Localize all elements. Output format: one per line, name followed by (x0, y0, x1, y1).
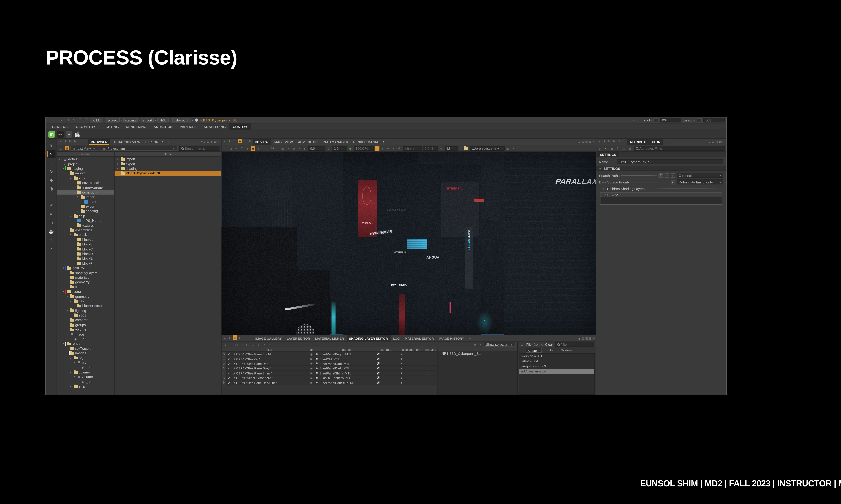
clipmap-cell[interactable] (375, 353, 397, 356)
expand-arrow-icon[interactable]: ▾ (62, 290, 65, 293)
expand-arrow-icon[interactable]: ▾ (73, 191, 76, 194)
grid-icon[interactable]: ▦ (228, 146, 233, 150)
tree-row[interactable]: blockF (57, 261, 114, 266)
breadcrumb-item[interactable]: project (106, 118, 120, 123)
play-icon[interactable]: ▶ (238, 335, 242, 340)
tree-row[interactable]: blockC (57, 247, 114, 251)
tree-row[interactable]: IBL (57, 285, 114, 289)
delete-button[interactable]: Delete (534, 343, 543, 346)
expand-arrow-icon[interactable]: ▾ (76, 196, 79, 198)
expand-arrow-icon[interactable]: ▾ (69, 215, 72, 217)
tree-row[interactable]: ▾ ship (57, 384, 114, 389)
shading-variable-cell[interactable]: ... (425, 366, 437, 370)
table-row[interactable]: 4 ✓ ./"CBP">"SteelPanelShiny" ◉ SteelPan… (222, 371, 437, 376)
add-child-icon[interactable]: ▤ (234, 342, 239, 346)
tree-row[interactable]: blockB (57, 242, 114, 247)
close-icon[interactable]: ✕ (218, 140, 220, 143)
render-progress-icon[interactable]: ⊘ (348, 146, 353, 150)
filter-cell[interactable]: ./"CBP">"SteelPanelDarkBlue" (231, 381, 307, 384)
variables-filter[interactable] (555, 342, 594, 347)
add-rule-icon[interactable]: + (228, 342, 233, 346)
del-icon[interactable]: ▦ (245, 342, 250, 346)
shot-browse-button[interactable]: ... (653, 118, 659, 122)
tree-row[interactable]: ▾ image (57, 332, 114, 337)
filter-cell[interactable]: ./"CPB">"SteelPanelBright" (231, 353, 307, 356)
row-enabled-checkbox[interactable]: ✓ (226, 362, 231, 365)
variables-tab[interactable]: System (559, 347, 574, 353)
shading-variable-cell[interactable]: ... (425, 376, 437, 379)
expand-arrow-icon[interactable]: ▾ (69, 300, 72, 302)
material-cell[interactable]: SteelPanelShiny_MTL (315, 371, 375, 375)
variable-row[interactable]: $version = 001 (519, 354, 595, 359)
tree-row[interactable]: geometry (57, 280, 114, 284)
material-cell[interactable]: SteelOld_MTL (315, 357, 375, 361)
shading-variable-cell[interactable]: ... (425, 357, 437, 361)
list-view-dropdown[interactable]: ≣ List View ▾ (70, 146, 98, 151)
expand-arrow-icon[interactable]: ▾ (66, 229, 69, 231)
table-row[interactable]: 6 ✓ ./"CBP">"SteelPanelDarkBlue" ◉ Steel… (222, 380, 437, 385)
layout-cols-icon[interactable]: ▥ (585, 140, 588, 143)
scene-path-field[interactable]: .../project/scene ▾ (470, 146, 504, 150)
children-layers-list[interactable] (600, 197, 722, 204)
context-dropdown-icon[interactable]: ▾ (632, 118, 636, 123)
tree-row[interactable]: ▾ geometry (57, 294, 114, 299)
expand-arrow-icon[interactable]: ▾ (73, 376, 76, 378)
clipmap-cell[interactable] (375, 381, 397, 384)
lock-icon[interactable]: ▮ (227, 139, 232, 143)
tree-row[interactable]: ▾ bty (57, 356, 114, 360)
settings-tab[interactable]: SETTINGS (597, 151, 619, 157)
pct-field[interactable]: 0.0 % (423, 146, 438, 150)
attribute-editor-tab[interactable]: ATTRIBUTE EDITOR (627, 139, 663, 145)
displacement-cell[interactable]: ▲ (397, 381, 425, 384)
gamma-icon[interactable]: ⊻ (326, 146, 331, 150)
tree-mode-icon[interactable]: ▦ (65, 146, 69, 150)
zoom-field[interactable]: 100.0 % (354, 146, 374, 150)
undo-icon[interactable]: ↺ (66, 118, 70, 123)
expand-arrow-icon[interactable]: ▾ (62, 342, 65, 345)
row-enabled-checkbox[interactable]: ✓ (226, 353, 231, 356)
layout-quad-icon[interactable]: ▖ (709, 140, 711, 143)
menu-tab[interactable]: SCATTERING (200, 123, 229, 130)
material-column-header[interactable]: material (315, 347, 375, 351)
variables-tab[interactable]: Built-in (544, 347, 557, 353)
collapse-list-icon[interactable]: ≣ (473, 342, 478, 346)
info2-icon[interactable]: ⓘ (84, 118, 88, 123)
megascans-icon[interactable]: m (49, 131, 55, 138)
paint-icon[interactable]: ✐ (47, 202, 55, 210)
shot-value-field[interactable]: 004 (660, 118, 681, 123)
tree-row[interactable]: ◈ _3d (57, 379, 114, 384)
tree-row[interactable]: ▾ render (57, 341, 114, 346)
redo-icon[interactable]: ↻ (72, 118, 76, 123)
pin-icon[interactable]: ▴ (223, 335, 227, 340)
gamma-field[interactable]: 1.0 (332, 146, 347, 150)
shading-variable-cell[interactable]: ... (425, 353, 437, 356)
layout-full-icon[interactable]: ▩ (719, 140, 722, 143)
displacement-cell[interactable]: ▲ (397, 353, 425, 356)
exposure-field[interactable]: 0.0 (308, 146, 325, 150)
menu-tab[interactable]: LIGHTING (99, 123, 122, 130)
tree-row[interactable]: ▾ volume (57, 375, 114, 379)
isolate-icon[interactable]: ◉ (280, 146, 285, 150)
dock-tab[interactable]: + (467, 335, 474, 341)
variable-row[interactable]: $shot = 004 (519, 359, 595, 364)
table-row[interactable]: 0 ✓ ./"CPB">"SteelPanelBright" ◉ SteelPa… (222, 352, 437, 357)
dock-tab[interactable]: SHADING LAYER EDITOR (346, 335, 390, 341)
lookdev-teapot-icon[interactable]: ☕ (47, 227, 55, 235)
list-options-icon[interactable]: ≣ (628, 146, 632, 150)
displacement-cell[interactable]: ▲ (397, 367, 425, 370)
tree-row[interactable]: ▾ ⌂ project:/ (57, 161, 114, 166)
row-enabled-checkbox[interactable]: ✓ (226, 371, 231, 375)
pinned-node-icon[interactable]: ▣ (610, 146, 614, 150)
viewport-tab[interactable]: IMAGE VIEW (271, 139, 295, 145)
add-icon[interactable]: + (223, 146, 227, 150)
tree-row[interactable]: ▾ volume (57, 370, 114, 375)
variable-row[interactable]: $sequence = 003 (519, 364, 595, 369)
filter-cell[interactable]: ./"CBP">"AtlasDGBannerA" (231, 376, 307, 379)
window-gear-icon[interactable]: ✶ (66, 131, 72, 138)
play-icon[interactable]: ▶ (73, 139, 78, 143)
tree-row[interactable]: ◈ _3d (57, 337, 114, 341)
add-tab-button[interactable]: + (663, 139, 670, 145)
expand-plus-icon[interactable]: + (117, 158, 121, 161)
expand-arrow-icon[interactable]: ▾ (69, 385, 72, 388)
rotate-icon[interactable]: ↻ (47, 167, 55, 175)
